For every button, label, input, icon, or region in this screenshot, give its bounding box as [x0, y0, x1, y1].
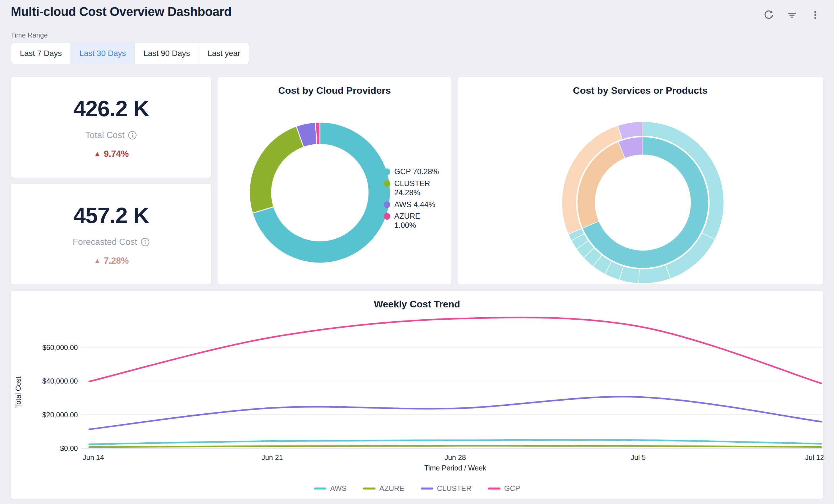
cost-by-cloud-providers-card: Cost by Cloud Providers GCP 70.28% CLUST… — [217, 77, 452, 285]
svg-text:$0.00: $0.00 — [60, 444, 78, 452]
svg-text:$60,000.00: $60,000.00 — [42, 344, 78, 351]
forecasted-cost-card: 457.2 K Forecasted Cost ▲ 7.28% — [11, 183, 212, 285]
svg-text:Jul 12: Jul 12 — [805, 454, 824, 461]
svg-text:Jul 5: Jul 5 — [631, 454, 646, 461]
total-cost-card: 426.2 K Total Cost ▲ 9.74% — [11, 77, 212, 178]
filter-button[interactable] — [784, 7, 800, 23]
donut-legend: GCP 70.28% CLUSTER 24.28% AWS 4.44% AZUR… — [384, 167, 446, 230]
trend-legend-item-azure[interactable]: AZURE — [363, 484, 404, 493]
forecasted-cost-value: 457.2 K — [73, 202, 149, 228]
weekly-trend-line-chart[interactable]: $0.00$20,000.00$40,000.00$60,000.00Jun 1… — [11, 310, 824, 478]
legend-swatch — [488, 487, 501, 489]
cloud-providers-chart-title: Cost by Cloud Providers — [218, 85, 452, 96]
forecasted-cost-label: Forecasted Cost — [73, 237, 137, 247]
time-range-segmented-control: Last 7 Days Last 30 Days Last 90 Days La… — [11, 43, 249, 64]
trend-legend-item-gcp[interactable]: GCP — [488, 484, 520, 493]
header-actions — [761, 7, 823, 23]
cost-by-services-card: Cost by Services or Products — [457, 77, 823, 285]
more-options-button[interactable] — [807, 7, 823, 23]
cloud-providers-donut-chart[interactable] — [243, 112, 397, 271]
legend-dot — [384, 180, 390, 187]
page-title: Multi-cloud Cost Overview Dashboard — [11, 4, 232, 19]
legend-item-cluster[interactable]: CLUSTER 24.28% — [384, 179, 446, 197]
arrow-up-icon: ▲ — [94, 256, 101, 265]
svg-text:$20,000.00: $20,000.00 — [42, 411, 78, 419]
total-cost-value: 426.2 K — [73, 96, 149, 122]
legend-swatch — [314, 487, 326, 489]
svg-text:$40,000.00: $40,000.00 — [42, 377, 78, 385]
legend-dot — [384, 201, 390, 208]
arrow-up-icon: ▲ — [94, 149, 101, 158]
legend-item-aws[interactable]: AWS 4.44% — [384, 200, 446, 210]
time-range-option-last-30-days[interactable]: Last 30 Days — [70, 43, 134, 64]
legend-item-azure[interactable]: AZURE 1.00% — [384, 212, 446, 230]
legend-swatch — [421, 487, 433, 489]
services-sunburst-chart[interactable] — [458, 77, 824, 285]
svg-text:Total Cost: Total Cost — [14, 376, 22, 408]
legend-dot — [384, 169, 390, 175]
time-range-label: Time Range — [11, 31, 48, 39]
legend-swatch — [363, 487, 375, 489]
time-range-option-last-7-days[interactable]: Last 7 Days — [12, 43, 70, 64]
svg-text:Jun 14: Jun 14 — [83, 454, 104, 461]
dashboard-page: Multi-cloud Cost Overview Dashboard — [0, 0, 834, 504]
trend-legend: AWS AZURE CLUSTER GCP — [11, 484, 823, 493]
svg-text:Jun 28: Jun 28 — [444, 454, 466, 461]
legend-item-gcp[interactable]: GCP 70.28% — [384, 167, 446, 176]
info-icon[interactable] — [128, 131, 137, 140]
trend-legend-item-cluster[interactable]: CLUSTER — [421, 484, 471, 493]
refresh-icon — [763, 10, 774, 21]
svg-text:Time Period / Week: Time Period / Week — [424, 464, 486, 472]
kebab-menu-icon — [810, 10, 821, 21]
weekly-cost-trend-card: Weekly Cost Trend $0.00$20,000.00$40,000… — [11, 290, 823, 500]
weekly-trend-chart-title: Weekly Cost Trend — [11, 299, 823, 310]
info-icon[interactable] — [140, 238, 150, 247]
legend-dot — [384, 213, 390, 220]
filter-icon — [787, 10, 797, 21]
refresh-button[interactable] — [761, 7, 776, 23]
total-cost-label: Total Cost — [86, 130, 125, 140]
trend-legend-item-aws[interactable]: AWS — [314, 484, 347, 493]
svg-text:Jun 21: Jun 21 — [262, 454, 283, 461]
forecasted-cost-change: ▲ 7.28% — [94, 256, 129, 266]
total-cost-change: ▲ 9.74% — [94, 149, 129, 159]
time-range-option-last-year[interactable]: Last year — [199, 43, 249, 64]
time-range-option-last-90-days[interactable]: Last 90 Days — [134, 43, 198, 64]
